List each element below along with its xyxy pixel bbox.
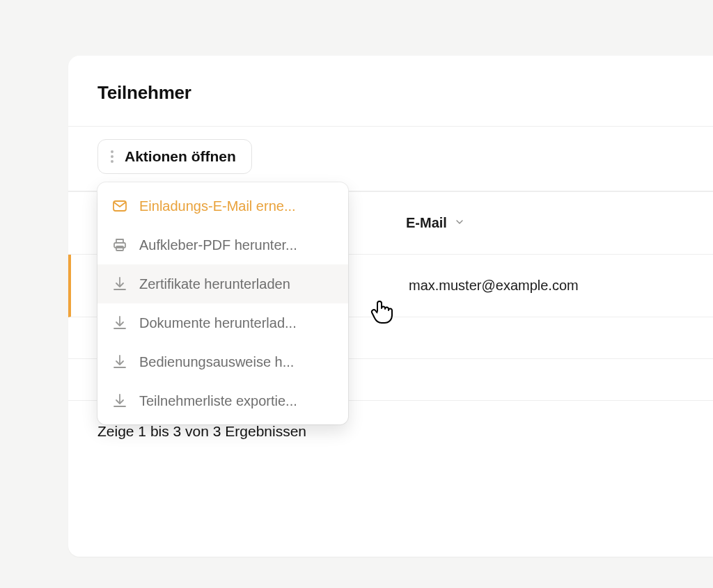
menu-item-label: Einladungs-E-Mail erne... (139, 198, 296, 214)
menu-item-resend-invite-email[interactable]: Einladungs-E-Mail erne... (97, 186, 348, 225)
column-header-email[interactable]: E-Mail (406, 215, 713, 231)
menu-item-export-participant-list[interactable]: Teilnehmerliste exportie... (97, 381, 348, 420)
mail-icon (111, 198, 128, 214)
cursor-pointer-icon (370, 299, 394, 326)
chevron-down-icon (454, 215, 465, 231)
download-icon (111, 276, 128, 292)
svg-rect-2 (116, 246, 123, 251)
column-header-email-label: E-Mail (406, 215, 447, 231)
download-icon (111, 392, 128, 409)
menu-item-download-sticker-pdf[interactable]: Aufkleber-PDF herunter... (97, 225, 348, 264)
menu-item-label: Teilnehmerliste exportie... (139, 393, 297, 409)
menu-item-download-licenses[interactable]: Bedienungsausweise h... (97, 342, 348, 381)
page-title: Teilnehmer (68, 56, 713, 126)
printer-icon (111, 237, 128, 253)
open-actions-label: Aktionen öffnen (125, 148, 236, 165)
download-icon (111, 353, 128, 370)
download-icon (111, 315, 128, 331)
toolbar: Aktionen öffnen Einladungs-E-Mail erne..… (68, 126, 713, 191)
kebab-menu-icon (109, 150, 115, 163)
menu-item-download-documents[interactable]: Dokumente herunterlad... (97, 303, 348, 342)
menu-item-label: Dokumente herunterlad... (139, 315, 297, 331)
actions-dropdown: Einladungs-E-Mail erne... Aufkleber-PDF … (97, 182, 348, 424)
cell-email: max.muster@example.com (409, 278, 713, 294)
menu-item-label: Bedienungsausweise h... (139, 354, 294, 370)
menu-item-download-certificates[interactable]: Zertifikate herunterladen (97, 264, 348, 303)
menu-item-label: Aufkleber-PDF herunter... (139, 237, 297, 253)
open-actions-button[interactable]: Aktionen öffnen (97, 139, 252, 174)
menu-item-label: Zertifikate herunterladen (139, 276, 290, 292)
